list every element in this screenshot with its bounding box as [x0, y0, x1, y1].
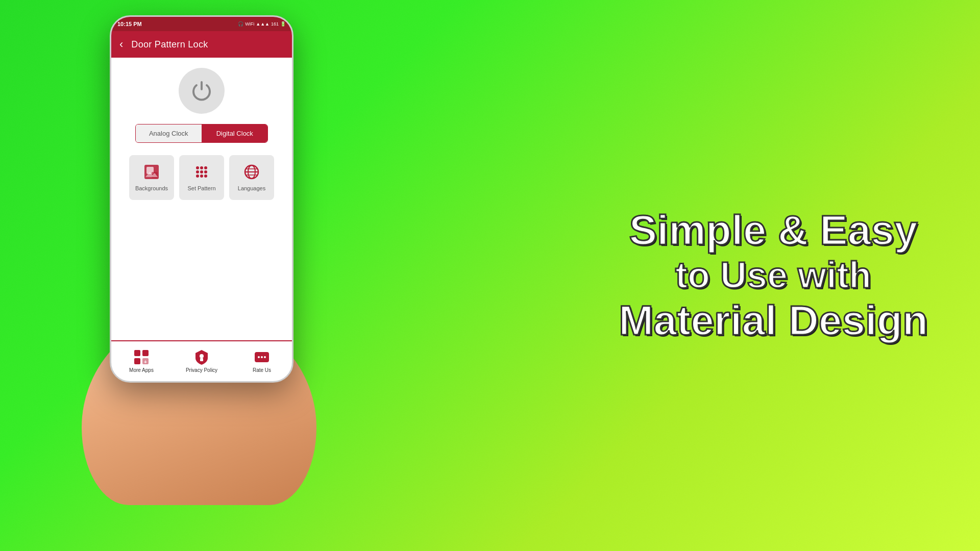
svg-point-26 [261, 356, 263, 358]
rate-us-label: Rate Us [253, 367, 271, 373]
languages-button[interactable]: Languages [229, 155, 274, 200]
svg-point-25 [258, 356, 260, 358]
phone-wrapper: 10:15 PM 🎧 WiFi ▲▲▲ 161 🔋 ‹ Door Pattern… [66, 5, 337, 505]
app-title: Door Pattern Lock [131, 39, 208, 50]
back-button[interactable]: ‹ [119, 38, 123, 51]
privacy-icon [193, 349, 210, 365]
app-header: ‹ Door Pattern Lock [111, 31, 292, 58]
svg-rect-19 [134, 358, 140, 364]
tagline-line1: Simple & Easy [607, 206, 939, 254]
tagline-line3: Material Design [607, 296, 939, 344]
app-content: Analog Clock Digital Clock Backgr [111, 58, 292, 343]
grid-buttons: Backgrounds [119, 155, 284, 200]
tagline-line2: to Use with [607, 255, 939, 297]
analog-clock-btn[interactable]: Analog Clock [136, 124, 202, 142]
rate-icon [254, 349, 270, 365]
set-pattern-button[interactable]: Set Pattern [179, 155, 224, 200]
digital-clock-btn[interactable]: Digital Clock [202, 124, 268, 142]
backgrounds-label: Backgrounds [135, 185, 168, 192]
languages-label: Languages [238, 185, 265, 192]
status-bar: 10:15 PM 🎧 WiFi ▲▲▲ 161 🔋 [111, 17, 292, 31]
more-apps-icon: + [133, 349, 150, 365]
clock-toggle: Analog Clock Digital Clock [135, 124, 268, 143]
svg-point-27 [264, 356, 266, 358]
power-icon [188, 77, 216, 105]
tagline: Simple & Easy to Use with Material Desig… [607, 206, 939, 344]
svg-point-10 [200, 174, 203, 178]
svg-point-8 [204, 170, 207, 173]
rate-us-nav[interactable]: Rate Us [241, 349, 282, 373]
set-pattern-label: Set Pattern [187, 185, 215, 192]
power-circle [179, 68, 225, 114]
svg-point-22 [200, 354, 204, 358]
svg-rect-18 [142, 350, 149, 356]
backgrounds-icon [142, 163, 161, 181]
privacy-policy-nav[interactable]: Privacy Policy [181, 349, 222, 373]
svg-rect-17 [134, 350, 140, 356]
status-icons: 🎧 WiFi ▲▲▲ 161 🔋 [238, 21, 286, 27]
svg-rect-23 [200, 358, 203, 361]
svg-point-4 [200, 166, 203, 169]
svg-point-9 [196, 174, 199, 178]
svg-point-11 [204, 174, 207, 178]
svg-point-6 [196, 170, 199, 173]
languages-icon [242, 163, 261, 181]
svg-point-3 [196, 166, 199, 169]
privacy-label: Privacy Policy [186, 367, 217, 373]
more-apps-label: More Apps [129, 367, 154, 373]
status-time: 10:15 PM [117, 21, 142, 27]
set-pattern-icon [192, 163, 211, 181]
svg-point-7 [200, 170, 203, 173]
svg-point-5 [204, 166, 207, 169]
phone-frame: 10:15 PM 🎧 WiFi ▲▲▲ 161 🔋 ‹ Door Pattern… [110, 15, 293, 383]
more-apps-nav[interactable]: + More Apps [121, 349, 162, 373]
backgrounds-button[interactable]: Backgrounds [129, 155, 174, 200]
svg-text:+: + [144, 359, 147, 365]
bottom-nav: + More Apps Privacy Policy [111, 340, 292, 381]
